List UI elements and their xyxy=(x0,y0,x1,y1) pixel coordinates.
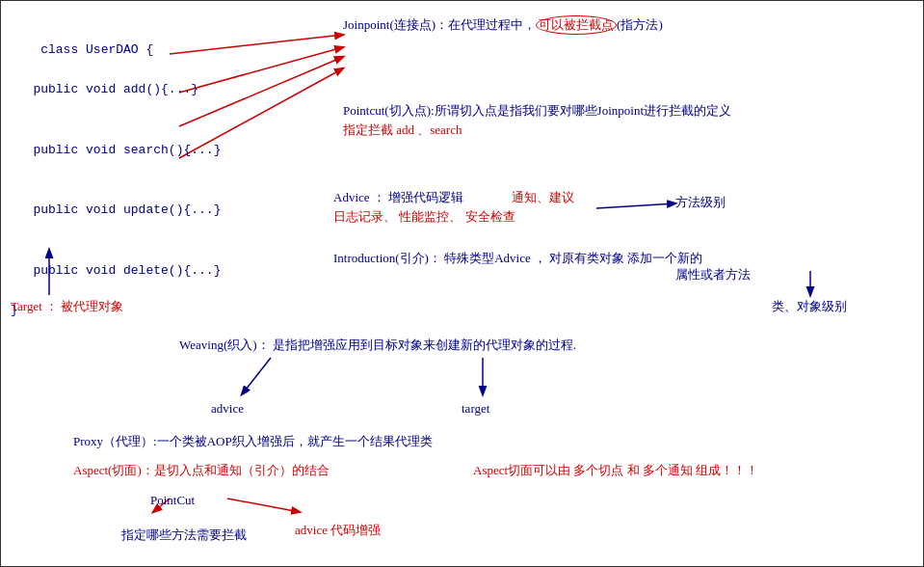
aspect-line1: Aspect(切面)：是切入点和通知（引介）的结合 xyxy=(73,462,330,479)
advice-line1: Advice ： 增强代码逻辑 xyxy=(333,189,463,206)
introduction-line1: Introduction(引介)： 特殊类型Advice ， 对原有类对象 添加… xyxy=(333,250,702,267)
pointcut-line2: 指定拦截 add 、search xyxy=(343,122,462,139)
svg-line-4 xyxy=(242,358,271,394)
weaving-advice: advice xyxy=(211,401,244,417)
method-level: 方法级别 xyxy=(675,194,726,211)
code-line2: public void add(){...} xyxy=(11,82,198,96)
proxy-label: Proxy（代理）:一个类被AOP织入增强后，就产生一个结果代理类 xyxy=(73,433,433,450)
code-line6: public void update(){...} xyxy=(11,202,221,217)
advice-line3: 日志记录、 性能监控、 安全检查 xyxy=(333,208,515,226)
code-line8: public void delete(){...} xyxy=(11,263,221,278)
code-line4: public void search(){...} xyxy=(11,143,221,157)
diagram-canvas: class UserDAO { public void add(){...} p… xyxy=(0,0,924,567)
joinpoint-label: Joinpoint(连接点)：在代理过程中，可以被拦截点(指方法) xyxy=(343,15,663,35)
weaving-line1: Weaving(织入)： 是指把增强应用到目标对象来创建新的代理对象的过程. xyxy=(179,337,576,354)
pointcut-sub: 指定哪些方法需要拦截 xyxy=(121,526,247,544)
introduction-line2: 属性或者方法 xyxy=(675,266,751,284)
svg-line-10 xyxy=(227,499,300,512)
joinpoint-highlight: 可以被拦截点 xyxy=(536,15,617,35)
aspect-right-label: Aspect切面可以由 多个切点 和 多个通知 组成！！！ xyxy=(473,462,758,479)
aspect-line2: advice 代码增强 xyxy=(295,522,381,539)
code-line1: class UserDAO { xyxy=(40,42,153,57)
weaving-target: target xyxy=(462,401,489,417)
class-level: 类、对象级别 xyxy=(772,298,847,315)
target-label: Target ： 被代理对象 xyxy=(11,298,123,315)
code-block: class UserDAO { public void add(){...} p… xyxy=(11,20,221,341)
pointcut-line1: Pointcut(切入点):所谓切入点是指我们要对哪些Joinpoint进行拦截… xyxy=(343,102,731,120)
advice-line2: 通知、建议 xyxy=(512,189,574,206)
pointcut-label: PointCut xyxy=(150,493,195,508)
svg-line-6 xyxy=(596,203,675,208)
